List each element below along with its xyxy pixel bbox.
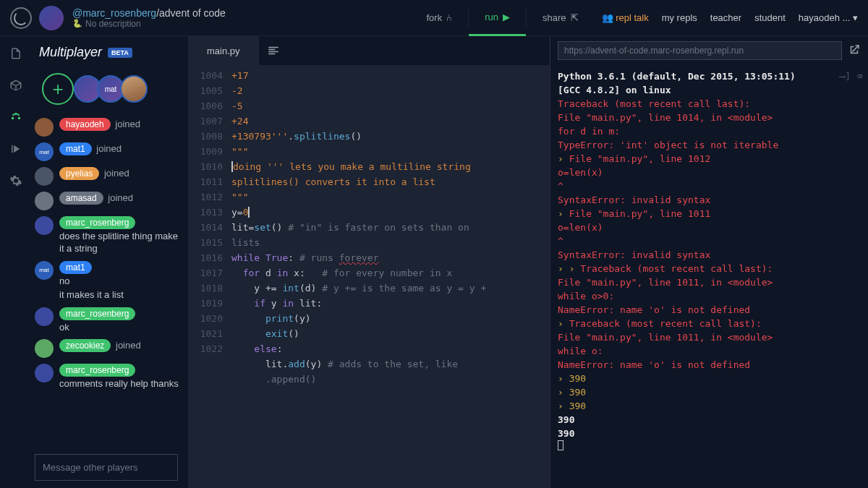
project-info: @marc_rosenberg/advent of code No descri… (72, 7, 226, 29)
format-icon[interactable] (259, 36, 288, 65)
project-name: /advent of code (156, 7, 226, 19)
fork-button[interactable]: fork ⑃ (411, 0, 469, 36)
feed-item: matmat1 joined (35, 140, 181, 164)
settings-icon[interactable] (9, 174, 23, 188)
chat-message: it makes it a list (59, 289, 181, 301)
feed-avatar (35, 216, 54, 235)
avatars-row: + mat (32, 67, 181, 115)
owner-link[interactable]: @marc_rosenberg (72, 7, 156, 19)
user-pill[interactable]: amasad (59, 192, 103, 205)
user-pill[interactable]: hayaodeh (59, 118, 111, 131)
student-link[interactable]: student (754, 12, 786, 23)
chat-message: ok (59, 322, 181, 334)
feed-avatar (35, 167, 54, 186)
user-menu[interactable]: hayaodeh ... ▾ (799, 12, 858, 23)
url-input[interactable] (558, 41, 842, 60)
people-icon: 👥 (602, 12, 613, 23)
feed-item: marc_rosenbergok (35, 304, 181, 337)
terminal-clear-icon[interactable]: ⌫ (856, 69, 862, 83)
user-pill[interactable]: pyelias (59, 167, 99, 180)
feed-avatar (35, 118, 54, 137)
teacher-link[interactable]: teacher (710, 12, 741, 23)
feed-avatar: mat (35, 261, 54, 280)
tabs-row: main.py (188, 36, 550, 65)
url-bar (550, 36, 868, 65)
packages-icon[interactable] (9, 78, 23, 93)
feed-item: amasad joined (35, 189, 181, 213)
replit-logo[interactable] (10, 7, 32, 29)
feed-avatar (35, 364, 54, 382)
play-icon: ▶ (503, 12, 510, 22)
multiplayer-title: Multiplayer (39, 45, 102, 60)
repl-talk-link[interactable]: 👥 repl talk (602, 12, 649, 23)
file-tab[interactable]: main.py (188, 36, 259, 65)
share-icon: ⇱ (571, 12, 579, 23)
beta-badge: BETA (108, 48, 132, 58)
chat-message: comments really help thanks (59, 378, 181, 390)
user-pill[interactable]: zecookiez (59, 339, 111, 352)
terminal-exit-icon[interactable]: ⟶] (840, 69, 851, 83)
share-button[interactable]: share ⇱ (527, 0, 595, 36)
feed-avatar (35, 192, 54, 210)
main: Multiplayer BETA + mat hayaodeh joinedma… (0, 36, 868, 488)
terminal[interactable]: ⟶] ⌫ Python 3.6.1 (default, Dec 2015, 13… (550, 65, 868, 488)
fork-icon: ⑃ (446, 12, 452, 23)
chat-feed: hayaodeh joinedmatmat1 joinedpyelias joi… (32, 115, 181, 448)
feed-avatar (35, 339, 54, 358)
top-bar: @marc_rosenberg/advent of code No descri… (0, 0, 868, 36)
project-description: No description (72, 19, 226, 29)
feed-avatar (35, 307, 54, 326)
add-user-button[interactable]: + (42, 73, 74, 105)
files-icon[interactable] (9, 46, 23, 61)
feed-avatar: mat (35, 142, 54, 161)
user-pill[interactable]: mat1 (59, 142, 92, 155)
user-pill[interactable]: marc_rosenberg (59, 216, 135, 229)
icon-rail (0, 36, 32, 488)
multiplayer-panel: Multiplayer BETA + mat hayaodeh joinedma… (32, 36, 188, 488)
code-editor[interactable]: 1004100510061007100810091010101110121013… (188, 65, 550, 488)
user-pill[interactable]: marc_rosenberg (59, 307, 135, 320)
chevron-down-icon: ▾ (853, 12, 858, 23)
chat-message: no (59, 275, 181, 288)
terminal-cursor (558, 440, 563, 450)
user-pill[interactable]: marc_rosenberg (59, 364, 135, 377)
editor-panel: main.py 10041005100610071008100910101011… (188, 36, 550, 488)
user-avatar[interactable] (120, 75, 148, 103)
feed-item: pyelias joined (35, 164, 181, 189)
project-avatar[interactable] (39, 6, 64, 30)
chat-message: does the splitline thing make it a strin… (59, 231, 181, 255)
my-repls-link[interactable]: my repls (662, 12, 697, 23)
open-external-icon[interactable] (848, 43, 861, 59)
feed-item: marc_rosenbergdoes the splitline thing m… (35, 213, 181, 258)
debugger-icon[interactable] (9, 142, 23, 156)
output-panel: ⟶] ⌫ Python 3.6.1 (default, Dec 2015, 13… (550, 36, 868, 488)
message-input[interactable]: Message other players (35, 454, 178, 481)
feed-item: marc_rosenbergcomments really help thank… (35, 361, 181, 393)
feed-item: matmat1noit makes it a list (35, 258, 181, 304)
feed-item: hayaodeh joined (35, 115, 181, 140)
feed-item: zecookiez joined (35, 336, 181, 361)
run-button[interactable]: run ▶ (469, 0, 526, 36)
multiplayer-icon[interactable] (9, 110, 23, 124)
user-pill[interactable]: mat1 (59, 261, 92, 274)
